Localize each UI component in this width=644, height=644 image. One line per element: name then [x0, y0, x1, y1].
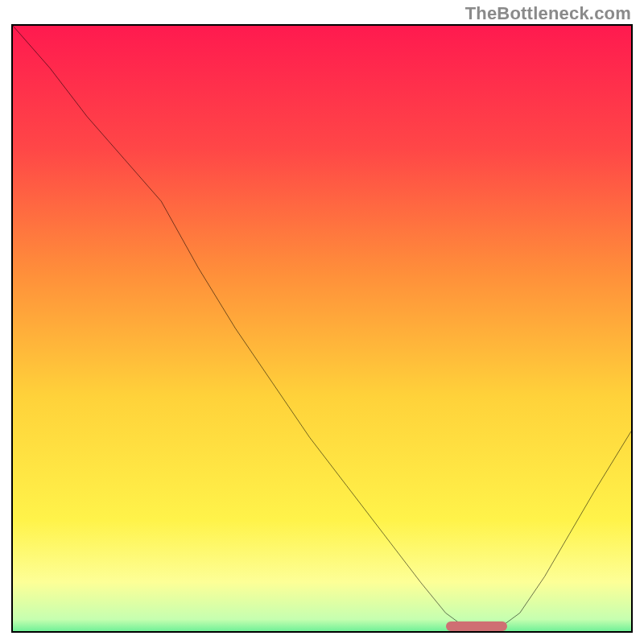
watermark-text: TheBottleneck.com	[465, 3, 631, 24]
optimal-range-marker	[446, 621, 508, 631]
bottleneck-curve	[13, 26, 631, 631]
chart-frame	[11, 24, 633, 633]
